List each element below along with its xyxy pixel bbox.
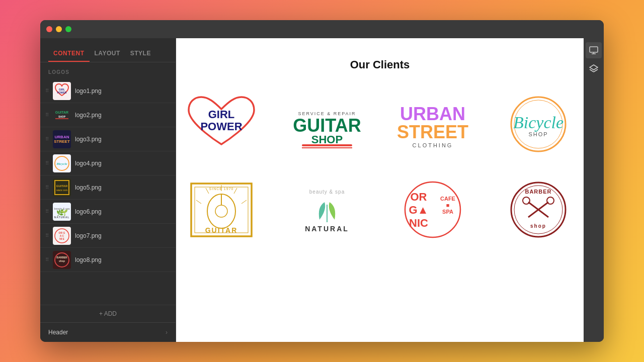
copy-icon[interactable]: ⧉ (156, 208, 161, 216)
logo-filename: logo5.png (75, 184, 152, 191)
copy-icon[interactable]: ⧉ (156, 256, 161, 264)
canvas-area: Our Clients GIRL POWER (176, 38, 584, 262)
list-item[interactable]: ⠿ beauty & spa 🌿 🌱 NATURAL logo6.png ⧉ 🗑 (40, 200, 176, 224)
delete-icon[interactable]: 🗑 (164, 256, 171, 264)
copy-icon[interactable]: ⧉ (156, 232, 161, 240)
drag-handle[interactable]: ⠿ (45, 257, 49, 262)
delete-icon[interactable]: 🗑 (164, 87, 171, 95)
drag-handle[interactable]: ⠿ (45, 88, 49, 94)
drag-handle[interactable]: ⠿ (45, 233, 49, 238)
svg-text:SPA: SPA (442, 209, 453, 215)
logo-thumbnail: beauty & spa 🌿 🌱 NATURAL (53, 203, 71, 221)
svg-point-45 (215, 205, 227, 217)
logo-thumbnail: GUITAR SINCE 1970 (53, 178, 71, 197)
copy-icon[interactable]: ⧉ (156, 184, 161, 192)
natural-spa-logo: beauty & spa NATURAL (287, 179, 367, 240)
svg-text:BARBER: BARBER (56, 256, 67, 259)
tab-layout[interactable]: LAYOUT (90, 46, 125, 62)
svg-text:NI E: NI E (59, 237, 64, 240)
list-item[interactable]: ⠿ Bicycle logo4.png ⧉ 🗑 (40, 151, 176, 175)
svg-text:URBAN: URBAN (400, 104, 465, 124)
svg-text:Bicycle: Bicycle (56, 162, 67, 166)
svg-line-42 (206, 188, 209, 194)
svg-text:GIRL: GIRL (208, 108, 235, 121)
guitar-shop-logo: SERVICE & REPAIR GUITAR SHOP (287, 94, 367, 154)
copy-icon[interactable]: ⧉ (156, 135, 161, 143)
svg-line-41 (242, 200, 247, 204)
copy-icon[interactable]: ⧉ (156, 111, 161, 119)
copy-icon[interactable]: ⧉ (156, 87, 161, 95)
section-title: Our Clients (350, 58, 410, 71)
svg-text:SHOP: SHOP (528, 131, 548, 137)
svg-text:SHOP: SHOP (311, 133, 343, 146)
list-item[interactable]: ⠿ URBAN STREET logo3.png ⧉ 🗑 (40, 127, 176, 151)
layers-icon[interactable] (586, 60, 602, 76)
list-item[interactable]: ⠿ BARBER shop logo8.png ⧉ 🗑 (40, 248, 176, 272)
tab-style[interactable]: STYLE (125, 46, 156, 62)
svg-text:BARBER: BARBER (525, 189, 551, 195)
guitar-vintage-logo: GUITAR SINCE 1970 (189, 181, 254, 239)
delete-icon[interactable]: 🗑 (164, 135, 171, 143)
delete-icon[interactable]: 🗑 (164, 159, 171, 167)
titlebar (40, 20, 604, 38)
delete-icon[interactable]: 🗑 (164, 232, 171, 240)
bicycle-shop-logo: Bicycle SHOP (498, 94, 579, 154)
svg-text:■: ■ (446, 202, 450, 208)
footer-label: Header (48, 329, 68, 336)
logo-cell: URBAN STREET CLOTHING (387, 92, 478, 157)
logo-thumbnail: GUITAR SHOP (53, 106, 71, 124)
logo-filename: logo3.png (75, 136, 152, 143)
girl-power-logo: GIRL POWER (181, 94, 262, 154)
desktop-icon[interactable] (586, 42, 602, 58)
list-item[interactable]: ⠿ GUITAR SINCE 1970 logo5.png ⧉ 🗑 (40, 175, 176, 200)
logo-filename: logo6.png (75, 208, 152, 215)
svg-text:STREET: STREET (397, 122, 468, 142)
drag-handle[interactable]: ⠿ (45, 185, 49, 190)
chevron-right-icon: › (166, 329, 168, 336)
list-item[interactable]: ⠿ OR G A C NI E logo7.png ⧉ 🗑 (40, 224, 176, 248)
logo-filename: logo4.png (75, 160, 152, 167)
svg-text:Bicycle: Bicycle (513, 113, 564, 132)
logo-thumbnail: GIRL POWER (53, 82, 71, 100)
close-dot[interactable] (46, 26, 52, 32)
svg-point-63 (547, 197, 554, 204)
logo-thumbnail: URBAN STREET (53, 130, 71, 148)
sidebar-footer-header[interactable]: Header › (40, 322, 176, 342)
svg-text:URBAN: URBAN (55, 135, 69, 139)
svg-text:SHOP: SHOP (58, 115, 66, 118)
editor-window: CONTENT LAYOUT STYLE LOGOS ⠿ GIRL POWER (40, 20, 604, 342)
svg-line-40 (234, 188, 237, 194)
svg-text:NATURAL: NATURAL (305, 225, 349, 233)
add-logo-button[interactable]: + ADD (40, 305, 176, 322)
svg-text:🌱: 🌱 (60, 209, 68, 216)
drag-handle[interactable]: ⠿ (45, 160, 49, 166)
logo-grid: GIRL POWER SERVICE & REPAIR GUITAR SHOP (176, 92, 584, 242)
drag-handle[interactable]: ⠿ (45, 136, 49, 142)
delete-icon[interactable]: 🗑 (164, 111, 171, 119)
sidebar: CONTENT LAYOUT STYLE LOGOS ⠿ GIRL POWER (40, 38, 176, 342)
minimize-dot[interactable] (56, 26, 62, 32)
svg-text:CLOTHING: CLOTHING (413, 142, 453, 148)
drag-handle[interactable]: ⠿ (45, 209, 49, 214)
svg-text:GUITAR: GUITAR (205, 226, 238, 234)
drag-handle[interactable]: ⠿ (45, 112, 49, 118)
list-item[interactable]: ⠿ GUITAR SHOP logo2.png ⧉ 🗑 (40, 103, 176, 127)
svg-text:GUITAR: GUITAR (55, 111, 68, 114)
logo-filename: logo7.png (75, 232, 152, 239)
maximize-dot[interactable] (65, 26, 71, 32)
svg-text:shop: shop (530, 223, 546, 229)
delete-icon[interactable]: 🗑 (164, 184, 171, 192)
copy-icon[interactable]: ⧉ (156, 159, 161, 167)
delete-icon[interactable]: 🗑 (164, 208, 171, 216)
svg-rect-28 (302, 144, 352, 146)
logo-filename: logo8.png (75, 256, 152, 263)
right-panel (584, 38, 604, 342)
urban-street-logo: URBAN STREET CLOTHING (392, 94, 473, 154)
tab-content[interactable]: CONTENT (48, 46, 90, 62)
svg-text:SINCE 1970: SINCE 1970 (209, 187, 234, 191)
svg-text:STREET: STREET (54, 139, 70, 144)
svg-text:NIC: NIC (409, 217, 428, 229)
svg-text:GUITAR: GUITAR (293, 115, 361, 136)
list-item[interactable]: ⠿ GIRL POWER logo1.png ⧉ 🗑 (40, 79, 176, 103)
svg-text:beauty & spa: beauty & spa (309, 189, 345, 195)
